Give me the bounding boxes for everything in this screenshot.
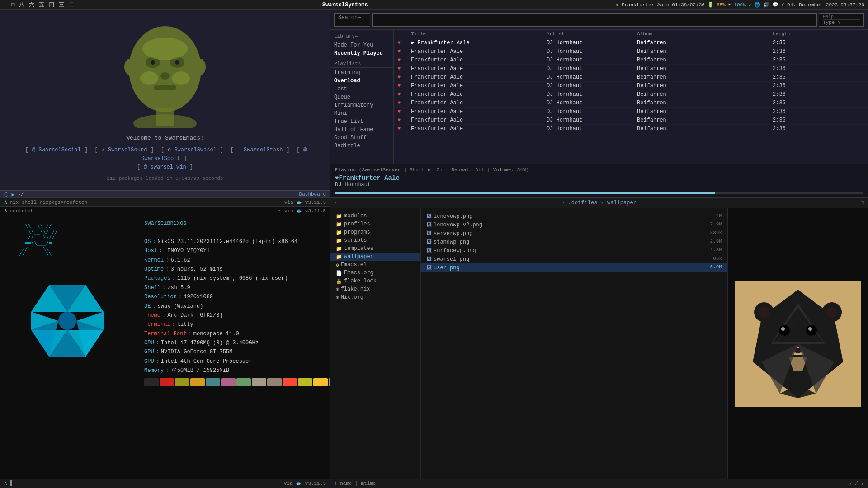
song-row-8[interactable]: ♥ Frankfurter Aale DJ Hornhaut Beifahren… (394, 108, 868, 116)
tree-templates-label: templates (344, 245, 373, 252)
player-artist: DJ Hornhaut (335, 182, 863, 188)
song-album-1: Beifahren (637, 48, 773, 55)
wm-btn-7[interactable]: 三 (59, 1, 64, 9)
link-stash[interactable]: → SwarselStash (237, 147, 283, 153)
sidebar-recently-played[interactable]: Recently Played (330, 49, 393, 57)
color-block-5 (221, 378, 236, 386)
col-album: Album (637, 31, 773, 37)
tree-programs[interactable]: 📁 programs (330, 228, 420, 236)
song-row-10[interactable]: ♥ Frankfurter Aale DJ Hornhaut Beifahren… (394, 125, 868, 133)
file-lenovowp-v2[interactable]: 🖼 lenovowp_v2.png 7.9M (421, 221, 727, 229)
file-surfacewp-name: 🖼 surfacewp.png (426, 247, 476, 254)
svg-point-34 (781, 327, 785, 331)
song-row-4[interactable]: ♥ Frankfurter Aale DJ Hornhaut Beifahren… (394, 73, 868, 82)
wm-btn-2[interactable]: □ (11, 2, 14, 8)
song-row-6[interactable]: ♥ Frankfurter Aale DJ Hornhaut Beifahren… (394, 90, 868, 99)
tree-profiles[interactable]: 📁 profiles (330, 220, 420, 228)
link-social[interactable]: @ SwarselSocial (32, 147, 81, 153)
tree-emacs-el[interactable]: ⚙ Emacs.el (330, 261, 420, 269)
svg-point-8 (142, 38, 188, 60)
tree-scripts[interactable]: 📁 scripts (330, 236, 420, 244)
file-surfacewp[interactable]: 🖼 surfacewp.png 1.3M (421, 246, 727, 255)
song-length-0: 2:36 (773, 40, 809, 46)
svg-point-9 (140, 71, 158, 85)
sidebar-good-stuff[interactable]: Good Stuff (330, 134, 393, 142)
song-title-0: ▶ Frankfurter Aale (411, 39, 547, 46)
song-heart-5: ♥ (397, 83, 409, 89)
topbar-right: ● Frankfurter Aale 01:38/02:36 🔋 65% ☀ 1… (616, 2, 864, 8)
tree-flake-lock[interactable]: 🔒 flake.lock (330, 277, 420, 285)
link-swasel[interactable]: o SwarselSwasel (168, 147, 217, 153)
song-heart-9: ♥ (397, 117, 409, 123)
search-input[interactable] (372, 13, 817, 27)
song-artist-1: DJ Hornhaut (547, 48, 637, 55)
sidebar-training[interactable]: Training (330, 69, 393, 77)
sidebar-overload[interactable]: Overload (330, 77, 393, 85)
tree-modules[interactable]: 📁 modules (330, 212, 420, 220)
svg-point-42 (826, 307, 837, 318)
file-serverwp[interactable]: 🖼 serverwp.png 389k (421, 229, 727, 238)
fm-tree: 📁 modules 📁 profiles 📁 programs 📁 script… (330, 208, 421, 479)
sidebar-lost[interactable]: Lost (330, 85, 393, 93)
info-cpu: CPU: Intel i7-4700MQ (8) @ 3.400GHz (144, 338, 330, 347)
song-title-6: Frankfurter Aale (411, 91, 547, 98)
speaker-icon: 🔊 (763, 2, 769, 8)
link-sound[interactable]: ♪ SwarselSound (102, 147, 147, 153)
sidebar-made-for-you[interactable]: Made For You (330, 41, 393, 49)
fish-icon-footer: 🐟 (296, 481, 302, 486)
file-standwp[interactable]: 🖼 standwp.png 2.9M (421, 238, 727, 246)
info-gpu2: GPU: Intel 4th Gen Core Processor (144, 357, 330, 366)
song-row-2[interactable]: ♥ Frankfurter Aale DJ Hornhaut Beifahren… (394, 56, 868, 65)
info-de: DE: sway (Wayland) (144, 302, 330, 311)
emacs-packages-info: 112 packages loaded in 6.643790 seconds (107, 176, 223, 181)
song-artist-7: DJ Hornhaut (547, 100, 637, 106)
tree-emacs-org[interactable]: 📄 Emacs.org (330, 269, 420, 277)
tree-templates[interactable]: 📁 templates (330, 244, 420, 253)
sidebar-hall-of-fame[interactable]: Hall of Fame (330, 126, 393, 134)
song-row-3[interactable]: ♥ Frankfurter Aale DJ Hornhaut Beifahren… (394, 65, 868, 73)
file-lenovowp[interactable]: 🖼 lenovowp.png 4M (421, 212, 727, 221)
terminal-via-1: ~ via (278, 200, 293, 205)
tree-flake-nix[interactable]: ❄ flake.nix (330, 285, 420, 293)
fm-sort-label: name (340, 481, 352, 486)
wm-btn-5[interactable]: 五 (39, 1, 44, 9)
song-length-2: 2:36 (773, 57, 809, 63)
info-host: Host: LENOVO VIQY0Y1 (144, 246, 330, 255)
modeline-arrow: ▶ (12, 192, 18, 197)
sidebar-mini[interactable]: Mini (330, 109, 393, 117)
wm-btn-1[interactable]: — (4, 2, 7, 8)
wm-btn-6[interactable]: 四 (49, 1, 54, 9)
info-theme: Theme: Arc-Dark [GTK2/3] (144, 311, 330, 320)
sidebar-inflammatory[interactable]: Inflammatory (330, 101, 393, 109)
tree-nix-org[interactable]: ❄ Nix.org (330, 293, 420, 301)
bear-image (735, 281, 861, 407)
tree-wallpaper[interactable]: 📁 wallpaper (330, 253, 420, 261)
fm-header-right: □ (861, 200, 864, 206)
song-row-1[interactable]: ♥ Frankfurter Aale DJ Hornhaut Beifahren… (394, 47, 868, 56)
music-body: Library— Made For You Recently Played Pl… (330, 30, 868, 164)
battery-percent: 65% (717, 2, 726, 8)
song-heart-0: ♥ (397, 40, 409, 46)
song-row-0[interactable]: ♥ ▶ Frankfurter Aale DJ Hornhaut Beifahr… (394, 38, 868, 47)
sidebar-true-list[interactable]: True List (330, 117, 393, 126)
topbar-left: — □ 八 六 五 四 三 二 (4, 1, 74, 9)
song-row-7[interactable]: ♥ Frankfurter Aale DJ Hornhaut Beifahren… (394, 99, 868, 108)
song-heart-7: ♥ (397, 100, 409, 106)
sidebar-queue[interactable]: Queue (330, 93, 393, 101)
fish-icon-1: 🐟 (296, 199, 302, 205)
song-row-5[interactable]: ♥ Frankfurter Aale DJ Hornhaut Beifahren… (394, 82, 868, 90)
color-block-8 (267, 378, 282, 386)
wm-btn-4[interactable]: 六 (29, 1, 34, 9)
sidebar-badizzle[interactable]: Badizzle (330, 142, 393, 150)
player-progress-bar[interactable] (335, 192, 863, 194)
tree-emacs-el-label: Emacs.el (341, 262, 367, 268)
link-win[interactable]: @ swarsel.win (144, 164, 186, 170)
brightness-value: 100% (734, 2, 745, 8)
wm-btn-8[interactable]: 二 (69, 1, 74, 9)
wm-btn-3[interactable]: 八 (19, 1, 24, 9)
file-swarsel[interactable]: 🖼 swarsel.png 86k (421, 255, 727, 263)
playlists-section-title: Playlists— (330, 60, 393, 68)
player-status-line: Playing (SwarselServer | Shuffle: On | R… (335, 167, 863, 173)
file-user[interactable]: 🖼 user.png 6.9M (421, 263, 727, 272)
song-row-9[interactable]: ♥ Frankfurter Aale DJ Hornhaut Beifahren… (394, 116, 868, 125)
